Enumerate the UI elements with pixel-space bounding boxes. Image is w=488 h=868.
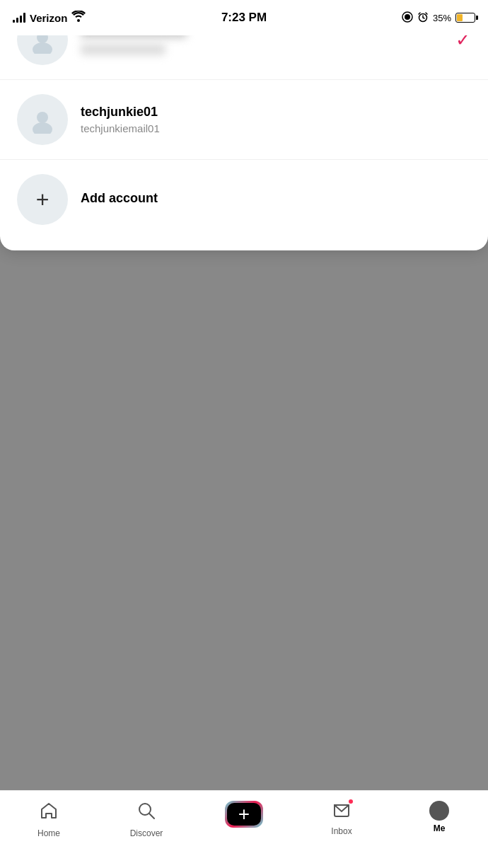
- alarm-icon: [417, 11, 429, 25]
- add-account-label: Add account: [81, 191, 158, 206]
- status-right: 35%: [402, 11, 475, 25]
- svg-point-18: [33, 122, 52, 134]
- svg-point-16: [33, 42, 52, 54]
- divider-2: [0, 159, 488, 160]
- account-switcher: ✓ techjunkie01 techjunkiemail01 + Add ac…: [0, 0, 488, 250]
- battery-percent: 35%: [433, 13, 451, 23]
- screen-record-icon: [402, 11, 413, 25]
- active-account-handle-blurred: [81, 44, 165, 55]
- dropdown-overlay[interactable]: ✓ techjunkie01 techjunkiemail01 + Add ac…: [0, 0, 488, 868]
- status-bar: Verizon 7:23 PM 35%: [0, 0, 488, 35]
- battery-icon: [455, 13, 475, 23]
- status-left: Verizon: [13, 11, 86, 25]
- divider-1: [0, 79, 488, 80]
- carrier-label: Verizon: [30, 12, 67, 24]
- add-account-avatar: +: [17, 174, 68, 225]
- secondary-account-name: techjunkie01: [81, 105, 471, 120]
- secondary-account-handle: techjunkiemail01: [81, 122, 471, 134]
- svg-point-17: [37, 112, 48, 123]
- wifi-icon: [71, 11, 86, 25]
- signal-bars-icon: [13, 13, 25, 23]
- status-time: 7:23 PM: [221, 11, 267, 25]
- avatar-secondary: [17, 94, 68, 145]
- account-item-secondary[interactable]: techjunkie01 techjunkiemail01: [0, 83, 488, 156]
- svg-point-1: [405, 14, 410, 20]
- add-account-item[interactable]: + Add account: [0, 163, 488, 236]
- account-info-secondary: techjunkie01 techjunkiemail01: [81, 105, 471, 134]
